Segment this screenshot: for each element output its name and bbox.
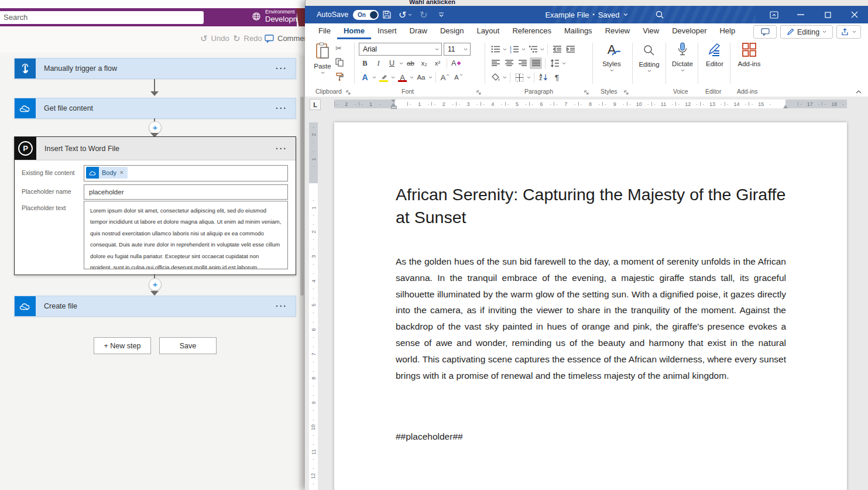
step-create-file[interactable]: Create file ···	[14, 296, 296, 317]
clipboard-dialog-launcher[interactable]	[346, 90, 351, 95]
document-page[interactable]: African Serenity: Capturing the Majesty …	[334, 122, 847, 490]
placeholder-name-input[interactable]: placeholder	[84, 184, 288, 200]
align-center-button[interactable]	[503, 57, 515, 69]
placeholder-text-input[interactable]: Lorem ipsum dolor sit amet, consectetur …	[84, 201, 288, 269]
redo-button[interactable]: ↻ Redo	[233, 34, 262, 43]
step-manually-trigger[interactable]: Manually trigger a flow ···	[14, 58, 296, 79]
sort-button[interactable]: AZ	[537, 71, 550, 83]
tab-mailings[interactable]: Mailings	[558, 23, 599, 39]
font-color-button[interactable]: A	[396, 71, 409, 83]
bullets-button[interactable]	[489, 43, 502, 55]
tab-insert[interactable]: Insert	[371, 23, 403, 39]
copy-button[interactable]	[335, 58, 344, 67]
tab-draw[interactable]: Draw	[403, 23, 434, 39]
font-name-combo[interactable]: Arial	[359, 43, 442, 56]
line-spacing-button[interactable]	[548, 57, 561, 69]
step-menu-icon[interactable]: ···	[276, 64, 296, 73]
font-dialog-launcher[interactable]	[476, 90, 481, 95]
editing-mode-button[interactable]: Editing	[780, 25, 833, 39]
collapse-ribbon-button[interactable]	[856, 90, 862, 94]
align-left-button[interactable]	[489, 57, 502, 69]
right-indent-marker[interactable]	[783, 105, 788, 108]
chevron-down-icon[interactable]	[562, 62, 566, 65]
body-token[interactable]: Body ✕	[86, 167, 128, 179]
tab-file[interactable]: File	[312, 23, 337, 39]
styles-dialog-launcher[interactable]	[624, 90, 629, 95]
chevron-down-icon[interactable]	[391, 76, 395, 79]
tab-developer[interactable]: Developer	[665, 23, 713, 39]
numbering-button[interactable]: 123	[508, 43, 520, 55]
maximize-button[interactable]	[816, 6, 839, 23]
undo-button[interactable]: ↺ Undo	[200, 34, 229, 43]
show-paragraph-marks-button[interactable]: ¶	[551, 71, 563, 83]
tab-layout[interactable]: Layout	[470, 23, 506, 39]
superscript-button[interactable]: x²	[431, 57, 444, 69]
ribbon-display-options-button[interactable]	[763, 6, 785, 23]
subscript-button[interactable]: x₂	[418, 57, 430, 69]
justify-button[interactable]	[530, 57, 542, 69]
minimize-button[interactable]	[790, 6, 812, 23]
chevron-down-icon[interactable]	[540, 48, 544, 51]
dictate-button[interactable]: Dictate	[668, 42, 697, 83]
strikethrough-button[interactable]: ab	[404, 57, 417, 69]
card-menu-icon[interactable]: ···	[276, 144, 296, 153]
document-placeholder-line[interactable]: ##placeholder##	[396, 431, 463, 442]
format-painter-button[interactable]	[335, 72, 344, 81]
tab-stop-selector[interactable]: L	[310, 99, 321, 110]
change-case-button[interactable]: Aa	[415, 71, 427, 83]
font-size-combo[interactable]: 11	[444, 43, 471, 56]
search-input[interactable]: Search	[0, 11, 204, 24]
italic-button[interactable]: I	[372, 57, 385, 69]
chevron-down-icon[interactable]	[522, 48, 526, 51]
editing-button[interactable]: Editing	[635, 42, 663, 83]
chevron-down-icon[interactable]	[503, 48, 507, 51]
tab-view[interactable]: View	[636, 23, 665, 39]
underline-button[interactable]: U	[386, 57, 398, 69]
share-button[interactable]	[836, 25, 861, 39]
step-menu-icon[interactable]: ···	[276, 104, 296, 113]
token-remove-icon[interactable]: ✕	[119, 170, 128, 176]
left-indent-marker[interactable]	[391, 100, 396, 108]
chevron-down-icon[interactable]	[503, 76, 507, 79]
paragraph-dialog-launcher[interactable]	[584, 90, 589, 95]
chevron-down-icon[interactable]	[527, 76, 531, 79]
align-right-button[interactable]	[516, 57, 529, 69]
chevron-down-icon[interactable]	[428, 76, 433, 79]
word-titlebar[interactable]: AutoSave On ↺ ↻	[305, 6, 868, 23]
cut-button[interactable]: ✂	[335, 44, 342, 53]
search-button[interactable]	[655, 6, 664, 23]
shading-button[interactable]	[489, 71, 502, 83]
bold-button[interactable]: B	[359, 57, 371, 69]
increase-indent-button[interactable]	[564, 43, 577, 55]
shrink-font-button[interactable]: A	[452, 71, 465, 83]
tab-references[interactable]: References	[506, 23, 557, 39]
addins-button[interactable]: Add-ins	[733, 42, 766, 83]
document-paragraph[interactable]: As the golden hues of the sun bid farewe…	[396, 253, 786, 383]
tab-design[interactable]: Design	[434, 23, 470, 39]
editor-button[interactable]: Editor	[701, 42, 729, 83]
insert-step-button[interactable]: +	[149, 121, 162, 134]
new-step-button[interactable]: + New step	[94, 337, 151, 354]
comments-button[interactable]	[753, 25, 777, 39]
chevron-down-icon[interactable]	[399, 62, 403, 65]
chevron-down-icon[interactable]	[410, 76, 414, 79]
close-button[interactable]	[843, 6, 866, 23]
paste-button[interactable]: Paste	[308, 42, 337, 83]
chevron-down-icon[interactable]	[372, 76, 376, 79]
step-get-file-content[interactable]: Get file content ···	[14, 98, 296, 119]
text-effects-button[interactable]: A	[359, 71, 371, 83]
step-insert-text-card[interactable]: P Insert Text to Word File ··· Existing …	[14, 136, 296, 275]
clear-formatting-button[interactable]: A	[450, 57, 462, 69]
flow-scrollbar-thumb[interactable]	[300, 97, 304, 296]
existing-file-content-input[interactable]: Body ✕	[84, 165, 288, 181]
flow-save-button[interactable]: Save	[159, 337, 217, 354]
borders-button[interactable]	[513, 71, 526, 83]
tab-home[interactable]: Home	[337, 23, 371, 39]
styles-button[interactable]: A Styles	[598, 42, 626, 83]
decrease-indent-button[interactable]	[551, 43, 563, 55]
grow-font-button[interactable]: A	[439, 71, 451, 83]
insert-step-button[interactable]: +	[149, 278, 162, 291]
tab-review[interactable]: Review	[599, 23, 637, 39]
document-heading[interactable]: African Serenity: Capturing the Majesty …	[396, 183, 786, 229]
card-header[interactable]: P Insert Text to Word File ···	[15, 137, 296, 160]
